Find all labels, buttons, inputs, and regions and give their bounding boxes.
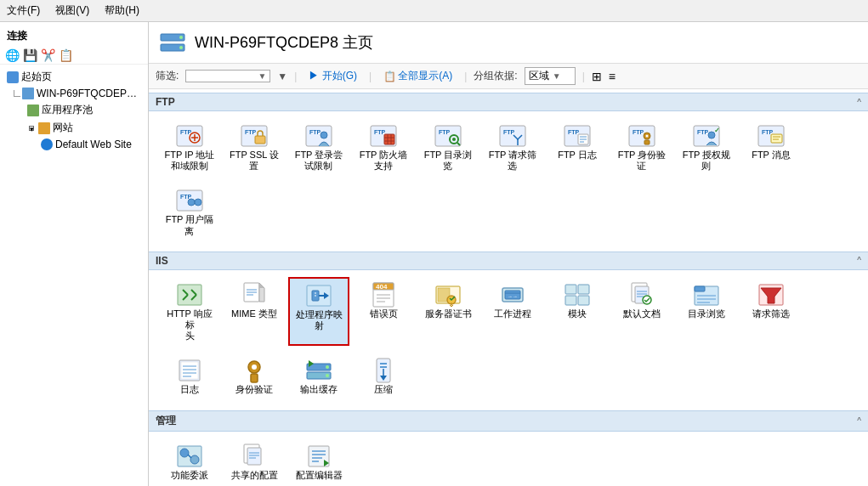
- ftp-auth-icon[interactable]: FTP FTP 身份验证: [611, 118, 672, 176]
- ftp-log-icon[interactable]: FTP FTP 日志: [547, 118, 608, 176]
- ftp-user-iso-label: FTP 用户隔离: [166, 214, 214, 236]
- svg-rect-88: [578, 285, 589, 294]
- svg-point-116: [326, 374, 329, 377]
- filter-dropdown-arrow: ▼: [258, 71, 266, 81]
- show-all-button[interactable]: 📋 全部显示(A): [378, 67, 457, 85]
- menu-file[interactable]: 文件(F): [3, 2, 43, 20]
- compress-icon[interactable]: 压缩: [353, 353, 414, 399]
- modules-label: 模块: [568, 308, 587, 319]
- group-dropdown-arrow: ▼: [553, 71, 561, 81]
- svg-rect-17: [384, 134, 394, 144]
- iis-section: IIS ^ HTTP 响应标头: [149, 251, 868, 407]
- menubar: 文件(F) 视图(V) 帮助(H): [0, 0, 868, 22]
- mime-types-icon[interactable]: MIME 类型: [224, 277, 285, 347]
- svg-text:FTP: FTP: [503, 129, 515, 135]
- page-title: WIN-P69FTQCDEP8 主页: [195, 32, 373, 53]
- auth-label: 身份验证: [235, 384, 273, 395]
- ftp-firewall-icon[interactable]: FTP FTP 防火墙支持: [353, 118, 414, 176]
- worker-process-icon[interactable]: → → 工作进程: [482, 277, 543, 347]
- output-cache-icon[interactable]: 输出缓存: [288, 353, 349, 399]
- svg-text:FTP: FTP: [180, 129, 192, 135]
- filter-label: 筛选:: [156, 69, 179, 83]
- handler-mappings-label: 处理程序映射: [296, 309, 343, 331]
- svg-rect-47: [771, 134, 782, 143]
- svg-rect-112: [251, 374, 258, 382]
- sidebar-header: 连接: [0, 25, 148, 47]
- svg-point-3: [179, 46, 183, 49]
- svg-rect-87: [565, 285, 576, 294]
- sidebar-item-server[interactable]: WIN-P69FTQCDEP8 (WIN-P: [7, 86, 148, 101]
- manage-section-title: 管理: [156, 414, 176, 428]
- sidebar-item-home-label: 起始页: [21, 70, 52, 84]
- manage-icons-grid: 功能委派 共享的配置: [149, 432, 868, 487]
- menu-help[interactable]: 帮助(H): [101, 2, 143, 20]
- svg-text:FTP: FTP: [697, 129, 709, 135]
- svg-point-124: [180, 449, 189, 457]
- shared-config-icon[interactable]: 共享的配置: [224, 438, 285, 485]
- iis-section-toggle[interactable]: ^: [857, 256, 861, 265]
- ftp-msg-icon[interactable]: FTP FTP 消息: [740, 118, 802, 176]
- svg-text:FTP: FTP: [633, 129, 644, 135]
- content-header: WIN-P69FTQCDEP8 主页: [149, 22, 868, 64]
- req-filter-label: 请求筛选: [752, 308, 790, 319]
- show-all-icon: 📋: [383, 71, 396, 82]
- feature-delegate-icon[interactable]: 功能委派: [159, 438, 220, 485]
- iis-section-title: IIS: [156, 255, 168, 267]
- sidebar-toolbar-icon2[interactable]: 💾: [23, 48, 37, 62]
- svg-point-39: [646, 135, 649, 138]
- ftp-ssl-icon[interactable]: FTP FTP SSL 设置: [224, 118, 285, 176]
- handler-mappings-icon[interactable]: 处理程序映射: [288, 277, 349, 347]
- default-doc-label: 默认文档: [623, 308, 661, 319]
- sidebar-item-default-web[interactable]: Default Web Site: [34, 137, 148, 152]
- ftp-ip-icon[interactable]: FTP FTP IP 地址和域限制: [159, 118, 220, 176]
- sidebar-item-apppool[interactable]: 应用程序池: [20, 101, 148, 119]
- ftp-user-iso-icon[interactable]: FTP FTP 用户隔离: [159, 183, 220, 240]
- svg-point-25: [452, 138, 456, 141]
- sidebar-toolbar-icon1[interactable]: 🌐: [5, 48, 20, 62]
- group-dropdown[interactable]: 区域 ▼: [525, 67, 576, 85]
- manage-section-toggle[interactable]: ^: [857, 416, 861, 426]
- default-doc-icon[interactable]: 默认文档: [611, 277, 672, 347]
- server-cert-icon[interactable]: 服务器证书: [417, 277, 479, 347]
- dir-browse-icon[interactable]: 目录浏览: [676, 277, 737, 347]
- ftp-section-toggle[interactable]: ^: [857, 98, 861, 107]
- output-cache-label: 输出缓存: [300, 384, 338, 395]
- http-redirect-label: HTTP 响应标头: [163, 308, 216, 342]
- ftp-dir-icon[interactable]: FTP FTP 目录浏览: [417, 118, 479, 176]
- sidebar-item-sites[interactable]: ▾ 网站: [20, 119, 148, 137]
- svg-rect-40: [644, 140, 650, 144]
- ftp-authz-icon[interactable]: FTP ✓ FTP 授权规则: [676, 118, 737, 176]
- view-icons-btn[interactable]: ⊞: [592, 70, 602, 83]
- iis-icons-grid-row2: 日志 身份验证: [149, 353, 868, 406]
- ftp-login-icon[interactable]: FTP FTP 登录尝试限制: [288, 118, 349, 176]
- sidebar-toolbar-icon3[interactable]: ✂️: [41, 48, 55, 62]
- error-pages-icon[interactable]: 404 错误页: [353, 277, 414, 347]
- ftp-ssl-label: FTP SSL 设置: [230, 150, 279, 172]
- sidebar-item-home[interactable]: 起始页: [0, 68, 148, 86]
- start-button[interactable]: ▶ 开始(G): [304, 67, 362, 85]
- sidebar-item-sites-label: 网站: [53, 121, 73, 135]
- log-icon[interactable]: 日志: [159, 353, 220, 399]
- view-list-btn[interactable]: ≡: [609, 70, 616, 83]
- sidebar: 连接 🌐 💾 ✂️ 📋 起始页 WIN-P69FTQCDEP8 (WIN-P: [0, 22, 149, 486]
- sidebar-toolbar-icon4[interactable]: 📋: [59, 48, 73, 62]
- svg-point-111: [252, 364, 257, 370]
- ftp-req-filter-icon[interactable]: FTP FTP 请求筛选: [482, 118, 543, 176]
- svg-point-125: [190, 455, 199, 464]
- svg-text:FTP: FTP: [245, 129, 257, 135]
- worker-process-label: 工作进程: [494, 308, 531, 319]
- http-redirect-icon[interactable]: HTTP 响应标头: [159, 277, 220, 347]
- ftp-icons-grid-row2: FTP FTP 用户隔离: [149, 183, 868, 247]
- auth-icon[interactable]: 身份验证: [224, 353, 285, 399]
- log-label: 日志: [180, 384, 199, 395]
- menu-view[interactable]: 视图(V): [52, 2, 93, 20]
- modules-icon[interactable]: 模块: [547, 277, 608, 347]
- svg-text:FTP: FTP: [309, 129, 321, 135]
- toolbar: 筛选: ▼ ▼ | ▶ 开始(G) | 📋 全部显示(A) | 分组依据: 区域…: [149, 64, 868, 89]
- svg-text:✓: ✓: [714, 127, 720, 134]
- filter-dropdown[interactable]: ▼: [185, 70, 270, 82]
- config-editor-icon[interactable]: 配置编辑器: [288, 438, 349, 485]
- req-filter-icon[interactable]: 请求筛选: [740, 277, 802, 347]
- mime-types-label: MIME 类型: [231, 308, 277, 319]
- svg-point-14: [321, 132, 327, 138]
